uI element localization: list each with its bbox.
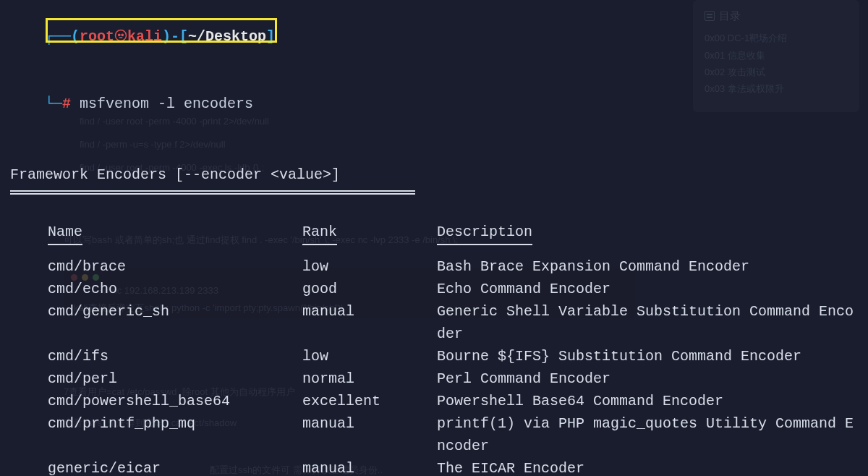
table-row: cmd/echogoodEcho Command Encoder <box>48 278 858 300</box>
table-row: cmd/powershell_base64excellentPowershell… <box>48 390 858 412</box>
terminal-output[interactable]: ┌──(rootkali)-[~/Desktop] └─# msfvenom -… <box>0 0 868 476</box>
cell-rank: manual <box>302 457 437 476</box>
section-title: Framework Encoders [--encoder <value>] <box>10 163 858 186</box>
cell-desc: printf(1) via PHP magic_quotes Utility C… <box>437 412 858 457</box>
prompt-hash: # <box>62 95 71 112</box>
cell-rank: manual <box>302 300 437 323</box>
cell-rank: low <box>302 255 437 278</box>
cell-name: cmd/powershell_base64 <box>48 390 302 412</box>
cell-rank: good <box>302 278 437 300</box>
cell-desc: Powershell Base64 Command Encoder <box>437 390 858 412</box>
table-row: cmd/generic_shmanualGeneric Shell Variab… <box>48 300 858 345</box>
cell-name: cmd/brace <box>48 255 302 278</box>
cell-name: cmd/perl <box>48 367 302 390</box>
cell-name: cmd/generic_sh <box>48 300 302 323</box>
table-row: cmd/perlnormalPerl Command Encoder <box>48 367 858 390</box>
table-row: cmd/printf_php_mqmanualprintf(1) via PHP… <box>48 412 858 457</box>
cell-desc: Echo Command Encoder <box>437 278 858 300</box>
svg-point-2 <box>122 34 123 35</box>
encoders-table: Name Rank Description cmd/bracelowBash B… <box>48 221 858 476</box>
prompt-path: ~/Desktop <box>188 28 266 45</box>
cell-rank: manual <box>302 412 437 435</box>
prompt-line-2: └─# msfvenom -l encoders <box>10 70 858 137</box>
prompt-line-1: ┌──(rootkali)-[~/Desktop] <box>10 3 858 70</box>
command-text: msfvenom -l encoders <box>80 95 253 112</box>
cell-desc: Generic Shell Variable Substitution Comm… <box>437 300 858 345</box>
section-rule <box>10 190 415 195</box>
skull-icon <box>114 28 127 45</box>
prompt-host: kali <box>127 28 162 45</box>
col-header-rank: Rank <box>302 221 337 245</box>
cell-desc: The EICAR Encoder <box>437 457 858 476</box>
cell-name: generic/eicar <box>48 457 302 476</box>
col-header-desc: Description <box>437 221 532 245</box>
table-row: generic/eicarmanualThe EICAR Encoder <box>48 457 858 476</box>
cell-rank: normal <box>302 367 437 390</box>
svg-point-1 <box>119 34 120 35</box>
table-row: cmd/ifslowBourne ${IFS} Substitution Com… <box>48 345 858 367</box>
cell-desc: Bash Brace Expansion Command Encoder <box>437 255 858 278</box>
table-row: cmd/bracelowBash Brace Expansion Command… <box>48 255 858 278</box>
cell-desc: Bourne ${IFS} Substitution Command Encod… <box>437 345 858 367</box>
cell-name: cmd/printf_php_mq <box>48 412 302 435</box>
col-header-name: Name <box>48 221 82 245</box>
cell-rank: low <box>302 345 437 367</box>
table-header-row: Name Rank Description <box>48 221 858 245</box>
prompt-user: root <box>80 28 114 45</box>
cell-rank: excellent <box>302 390 437 412</box>
svg-point-0 <box>116 30 127 41</box>
cell-name: cmd/ifs <box>48 345 302 367</box>
cell-name: cmd/echo <box>48 278 302 300</box>
cell-desc: Perl Command Encoder <box>437 367 858 390</box>
